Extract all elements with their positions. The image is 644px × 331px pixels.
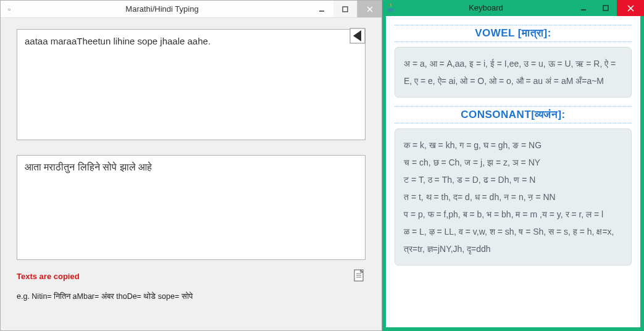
vowel-mapping: अ = a, आ = A,aa, इ = i, ई = I,ee, उ = u,… (395, 47, 632, 98)
titlebar: ▫ Marathi/Hindi Typing (1, 1, 382, 18)
svg-rect-12 (603, 6, 608, 10)
window-controls (572, 0, 644, 16)
window-title: Keyboard (399, 0, 572, 16)
close-button[interactable] (617, 0, 644, 16)
keyboard-window: Keyboard VOWEL [मात्रा]: अ = a, आ = A,aa… (382, 0, 644, 331)
java-icon (382, 0, 399, 16)
minimize-button[interactable] (572, 0, 595, 16)
svg-rect-1 (343, 7, 348, 12)
window-title: Marathi/Hindi Typing (14, 4, 310, 14)
roman-input[interactable] (17, 29, 366, 140)
maximize-button[interactable] (595, 0, 617, 16)
titlebar: Keyboard (382, 0, 644, 16)
consonant-heading: CONSONANT[व्यजंन]: (395, 106, 632, 124)
status-row: Texts are copied (17, 269, 366, 283)
maximize-button[interactable] (333, 1, 357, 17)
vowel-heading: VOWEL [मात्रा]: (395, 25, 632, 42)
window-controls (310, 1, 382, 17)
minimize-button[interactable] (310, 1, 333, 17)
system-menu-icon[interactable]: ▫ (1, 6, 14, 13)
example-text: e.g. Nitin= नितिन aMbar= अंबर thoDe= थोड… (17, 292, 366, 301)
window-body: Texts are copied e.g. Nitin= नितिन aMbar… (1, 18, 382, 330)
consonant-mapping: क = k, ख = kh, ग = g, घ = gh, ङ = NG च =… (395, 128, 632, 266)
copy-document-icon[interactable] (353, 269, 366, 283)
close-button[interactable] (357, 1, 382, 17)
back-arrow-icon[interactable] (349, 28, 366, 44)
status-message: Texts are copied (17, 272, 353, 281)
devanagari-output[interactable] (17, 155, 366, 260)
typing-window: ▫ Marathi/Hindi Typing Texts are copied … (0, 0, 382, 331)
window-body: VOWEL [मात्रा]: अ = a, आ = A,aa, इ = i, … (386, 16, 640, 327)
